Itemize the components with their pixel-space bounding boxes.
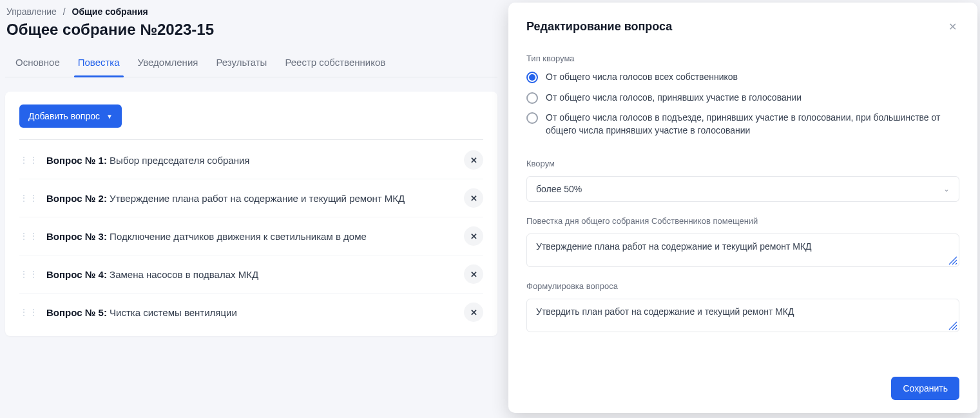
add-question-button[interactable]: Добавить вопрос ▼ bbox=[19, 104, 122, 128]
drag-handle-icon[interactable]: ⋮⋮ bbox=[19, 193, 37, 203]
delete-question-button[interactable]: ✕ bbox=[464, 150, 483, 170]
question-text: Вопрос № 3: Подключение датчиков движени… bbox=[37, 231, 464, 242]
question-title: Подключение датчиков движения к светильн… bbox=[110, 231, 367, 242]
quorum-label: Кворум bbox=[526, 159, 959, 168]
delete-question-button[interactable]: ✕ bbox=[464, 188, 483, 208]
question-title: Утверждение плана работ на содержание и … bbox=[110, 193, 405, 204]
agenda-value: Утверждение плана работ на содержание и … bbox=[536, 241, 950, 252]
resize-handle-icon bbox=[948, 256, 957, 265]
panel-title: Редактирование вопроса bbox=[526, 20, 672, 34]
question-title: Замена насосов в подвалах МКД bbox=[110, 269, 258, 280]
question-number: Вопрос № 5: bbox=[46, 307, 107, 318]
radio-label: От общего числа голосов в подъезде, прин… bbox=[546, 112, 959, 137]
wording-label: Формулировка вопроса bbox=[526, 281, 959, 291]
question-number: Вопрос № 2: bbox=[46, 193, 107, 204]
tab-4[interactable]: Реестр собственников bbox=[285, 50, 385, 77]
page-title: Общее собрание №2023-15 bbox=[5, 21, 497, 39]
drag-handle-icon[interactable]: ⋮⋮ bbox=[19, 269, 37, 279]
drag-handle-icon[interactable]: ⋮⋮ bbox=[19, 231, 37, 241]
wording-value: Утвердить план работ на содержание и тек… bbox=[536, 306, 950, 317]
breadcrumb-current: Общие собрания bbox=[72, 6, 148, 17]
question-row[interactable]: ⋮⋮Вопрос № 4: Замена насосов в подвалах … bbox=[19, 255, 483, 294]
delete-question-button[interactable]: ✕ bbox=[464, 303, 483, 322]
quorum-type-radio-group: От общего числа голосов всех собственник… bbox=[526, 71, 959, 144]
divider bbox=[19, 139, 483, 140]
question-row[interactable]: ⋮⋮Вопрос № 3: Подключение датчиков движе… bbox=[19, 217, 483, 255]
quorum-value: более 50% bbox=[536, 184, 582, 194]
radio-icon bbox=[526, 112, 538, 124]
resize-handle-icon bbox=[948, 321, 957, 330]
breadcrumb: Управление / Общие собрания bbox=[5, 6, 497, 17]
quorum-type-option-0[interactable]: От общего числа голосов всех собственник… bbox=[526, 71, 959, 84]
question-title: Выбор председателя собрания bbox=[110, 155, 249, 166]
quorum-type-label: Тип кворума bbox=[526, 54, 959, 63]
question-title: Чистка системы вентиляции bbox=[110, 307, 237, 318]
radio-label: От общего числа голосов всех собственник… bbox=[546, 71, 738, 84]
delete-question-button[interactable]: ✕ bbox=[464, 264, 483, 284]
quorum-type-option-1[interactable]: От общего числа голосов, принявших участ… bbox=[526, 92, 959, 104]
question-row[interactable]: ⋮⋮Вопрос № 1: Выбор председателя собрани… bbox=[19, 141, 483, 179]
main-content: Управление / Общие собрания Общее собран… bbox=[0, 0, 503, 336]
wording-textarea[interactable]: Утвердить план работ на содержание и тек… bbox=[526, 299, 959, 332]
radio-icon bbox=[526, 92, 538, 104]
edit-question-panel: Редактирование вопроса ✕ Тип кворума От … bbox=[508, 3, 977, 413]
question-row[interactable]: ⋮⋮Вопрос № 2: Утверждение плана работ на… bbox=[19, 179, 483, 217]
tab-1[interactable]: Повестка bbox=[78, 50, 120, 77]
agenda-textarea[interactable]: Утверждение плана работ на содержание и … bbox=[526, 234, 959, 267]
agenda-label: Повестка дня общего собрания Собственник… bbox=[526, 216, 959, 226]
delete-question-button[interactable]: ✕ bbox=[464, 226, 483, 246]
radio-icon bbox=[526, 72, 538, 83]
question-text: Вопрос № 2: Утверждение плана работ на с… bbox=[37, 193, 464, 204]
tab-0[interactable]: Основное bbox=[15, 50, 60, 77]
question-number: Вопрос № 4: bbox=[46, 269, 107, 280]
question-text: Вопрос № 4: Замена насосов в подвалах МК… bbox=[37, 269, 464, 280]
caret-down-icon: ▼ bbox=[106, 113, 113, 120]
tab-3[interactable]: Результаты bbox=[216, 50, 267, 77]
agenda-card: Добавить вопрос ▼ ⋮⋮Вопрос № 1: Выбор пр… bbox=[5, 92, 497, 336]
question-text: Вопрос № 5: Чистка системы вентиляции bbox=[37, 307, 464, 318]
breadcrumb-root[interactable]: Управление bbox=[6, 6, 57, 17]
save-button[interactable]: Сохранить bbox=[891, 377, 959, 400]
quorum-select[interactable]: более 50% ⌄ bbox=[526, 176, 959, 202]
question-number: Вопрос № 1: bbox=[46, 155, 107, 166]
question-list: ⋮⋮Вопрос № 1: Выбор председателя собрани… bbox=[19, 141, 483, 331]
add-question-label: Добавить вопрос bbox=[28, 111, 100, 121]
chevron-down-icon: ⌄ bbox=[943, 184, 950, 194]
question-text: Вопрос № 1: Выбор председателя собрания bbox=[37, 155, 464, 166]
question-row[interactable]: ⋮⋮Вопрос № 5: Чистка системы вентиляции✕ bbox=[19, 294, 483, 331]
drag-handle-icon[interactable]: ⋮⋮ bbox=[19, 307, 37, 317]
quorum-type-option-2[interactable]: От общего числа голосов в подъезде, прин… bbox=[526, 112, 959, 137]
breadcrumb-separator: / bbox=[63, 6, 66, 17]
tab-2[interactable]: Уведомления bbox=[138, 50, 198, 77]
tabs: ОсновноеПовесткаУведомленияРезультатыРее… bbox=[5, 50, 497, 77]
close-icon[interactable]: ✕ bbox=[946, 18, 959, 35]
drag-handle-icon[interactable]: ⋮⋮ bbox=[19, 155, 37, 165]
question-number: Вопрос № 3: bbox=[46, 231, 107, 242]
radio-label: От общего числа голосов, принявших участ… bbox=[546, 92, 802, 104]
